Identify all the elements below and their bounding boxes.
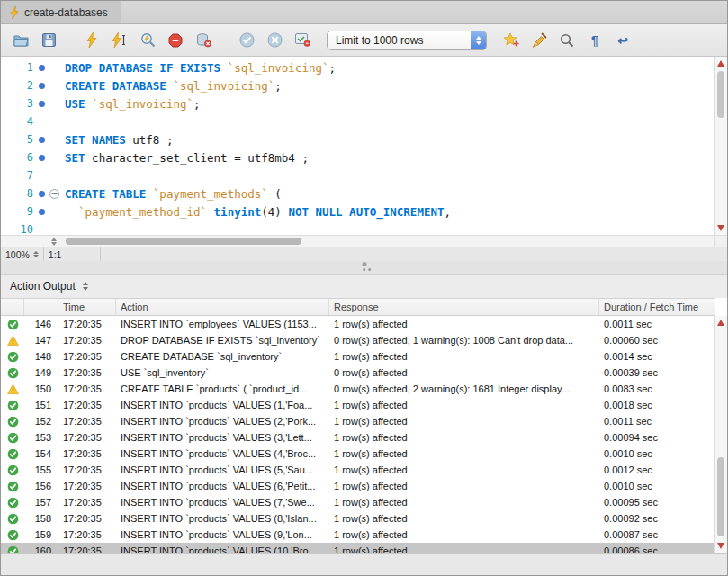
output-panel-selector[interactable]: Action Output xyxy=(10,280,76,292)
autocommit-toggle[interactable] xyxy=(292,30,313,51)
output-row[interactable]: 14617:20:35INSERT INTO `employees` VALUE… xyxy=(1,316,715,332)
row-response: 1 row(s) affected xyxy=(329,526,599,543)
row-duration: 0.00087 sec xyxy=(599,526,715,543)
row-duration: 0.0083 sec xyxy=(599,381,715,397)
editor-status-bar: 100% 1:1 xyxy=(1,247,727,261)
code-line[interactable]: 2–CREATE DATABASE `sql_invoicing`; xyxy=(1,76,714,94)
row-time: 17:20:35 xyxy=(58,348,116,364)
output-row[interactable]: 15817:20:35INSERT INTO `products` VALUES… xyxy=(1,510,715,526)
save-snippet-button[interactable] xyxy=(500,30,522,51)
invisible-characters-toggle[interactable]: ¶ xyxy=(584,30,606,51)
success-icon xyxy=(1,413,24,429)
find-button[interactable] xyxy=(556,30,578,51)
fold-minus-icon[interactable]: – xyxy=(49,189,59,199)
code-text: CREATE DATABASE `sql_invoicing`; xyxy=(65,79,282,93)
output-row[interactable]: 15517:20:35INSERT INTO `products` VALUES… xyxy=(1,462,715,478)
scroll-up-arrow-icon[interactable] xyxy=(717,60,724,67)
row-action: INSERT INTO `products` VALUES (3,'Lett..… xyxy=(116,429,329,446)
output-row[interactable]: 14817:20:35CREATE DATABASE `sql_inventor… xyxy=(1,348,715,364)
editor-vscroll-thumb[interactable] xyxy=(717,71,724,118)
row-time: 17:20:35 xyxy=(58,446,116,462)
line-number: 8 xyxy=(1,187,33,200)
output-row[interactable]: 15417:20:35INSERT INTO `products` VALUES… xyxy=(1,446,715,462)
editor-vertical-scrollbar[interactable] xyxy=(714,57,727,235)
row-response: 1 row(s) affected xyxy=(329,494,599,510)
action-output-table: Time Action Response Duration / Fetch Ti… xyxy=(1,298,727,553)
output-row[interactable]: 15717:20:35INSERT INTO `products` VALUES… xyxy=(1,494,715,510)
zoom-stepper-icon[interactable] xyxy=(33,251,39,257)
stop-execution-button[interactable] xyxy=(165,30,186,51)
success-icon xyxy=(1,364,24,381)
editor-horizontal-scrollbar[interactable] xyxy=(1,235,714,247)
output-row[interactable]: 15017:20:35CREATE TABLE `products` ( `pr… xyxy=(1,381,715,397)
rollback-button[interactable] xyxy=(264,30,285,51)
execute-script-button[interactable] xyxy=(81,30,103,51)
code-line[interactable]: 10– xyxy=(1,220,714,235)
tab-create-databases[interactable]: create-databases xyxy=(1,1,121,23)
row-time: 17:20:35 xyxy=(58,429,116,446)
editor-hscroll-thumb[interactable] xyxy=(66,238,301,245)
stop-on-error-toggle[interactable] xyxy=(193,30,214,51)
execute-statement-button[interactable] xyxy=(109,30,130,51)
status-column-header[interactable] xyxy=(1,299,24,315)
limit-rows-dropdown[interactable]: Limit to 1000 rows xyxy=(327,31,487,50)
row-action: INSERT INTO `products` VALUES (9,'Lon... xyxy=(116,526,329,543)
output-row[interactable]: 14717:20:35DROP DATABASE IF EXISTS `sql_… xyxy=(1,332,715,348)
code-line[interactable]: 5–SET NAMES utf8 ; xyxy=(1,130,714,148)
commit-button[interactable] xyxy=(236,30,257,51)
beautify-script-button[interactable] xyxy=(528,30,550,51)
row-index: 159 xyxy=(24,526,58,543)
line-number: 4 xyxy=(1,115,33,128)
code-line[interactable]: 6–SET character_set_client = utf8mb4 ; xyxy=(1,148,714,166)
output-row[interactable]: 14917:20:35USE `sql_inventory`0 row(s) a… xyxy=(1,364,715,381)
scroll-down-arrow-icon[interactable] xyxy=(717,543,724,549)
success-icon xyxy=(1,510,24,526)
panel-splitter[interactable] xyxy=(1,261,727,274)
code-line[interactable]: 8–CREATE TABLE `payment_methods` ( xyxy=(1,184,714,202)
open-file-button[interactable] xyxy=(10,30,31,51)
output-row[interactable]: 15917:20:35INSERT INTO `products` VALUES… xyxy=(1,526,715,543)
code-line[interactable]: 7– xyxy=(1,166,714,184)
row-time: 17:20:35 xyxy=(58,413,116,429)
line-number: 7 xyxy=(1,169,33,182)
success-icon xyxy=(1,526,24,543)
row-index: 152 xyxy=(24,413,58,429)
output-vscroll-thumb[interactable] xyxy=(717,457,724,536)
scroll-up-arrow-icon[interactable] xyxy=(717,320,724,326)
wrap-text-toggle[interactable]: ↩ xyxy=(612,30,634,51)
scroll-down-arrow-icon[interactable] xyxy=(717,225,724,231)
output-row[interactable]: 15317:20:35INSERT INTO `products` VALUES… xyxy=(1,429,715,446)
row-duration: 0.00094 sec xyxy=(599,429,715,446)
row-time: 17:20:35 xyxy=(58,526,116,543)
row-action: USE `sql_inventory` xyxy=(116,364,329,381)
duration-column-header[interactable]: Duration / Fetch Time xyxy=(599,299,715,315)
line-number: 9 xyxy=(1,205,33,218)
code-line[interactable]: 3–USE `sql_invoicing`; xyxy=(1,94,714,112)
output-row[interactable]: 16017:20:35INSERT INTO `products` VALUES… xyxy=(1,543,715,553)
output-row[interactable]: 15617:20:35INSERT INTO `products` VALUES… xyxy=(1,478,715,494)
row-action: CREATE DATABASE `sql_inventory` xyxy=(116,348,329,364)
splitter-collapse-dot-icon[interactable] xyxy=(362,262,366,266)
output-vertical-scrollbar[interactable] xyxy=(714,316,727,553)
save-button[interactable] xyxy=(38,30,59,51)
code-text: SET NAMES utf8 ; xyxy=(65,133,173,147)
response-column-header[interactable]: Response xyxy=(329,299,599,315)
row-index: 158 xyxy=(24,510,58,526)
sql-editor[interactable]: 1–DROP DATABASE IF EXISTS `sql_invoicing… xyxy=(1,57,727,247)
index-column-header[interactable] xyxy=(24,299,58,315)
output-row[interactable]: 15117:20:35INSERT INTO `products` VALUES… xyxy=(1,397,715,413)
row-index: 146 xyxy=(24,316,58,332)
action-column-header[interactable]: Action xyxy=(116,299,329,315)
hscroll-stepper-icon[interactable] xyxy=(48,236,60,247)
code-line[interactable]: 1–DROP DATABASE IF EXISTS `sql_invoicing… xyxy=(1,58,714,76)
panel-selector-chevron-icon[interactable] xyxy=(83,282,88,291)
row-duration: 0.0018 sec xyxy=(599,397,715,413)
output-row[interactable]: 15217:20:35INSERT INTO `products` VALUES… xyxy=(1,413,715,429)
code-line[interactable]: 9– `payment_method_id` tinyint(4) NOT NU… xyxy=(1,202,714,220)
explain-plan-button[interactable] xyxy=(137,30,158,51)
time-column-header[interactable]: Time xyxy=(58,299,116,315)
wrap-return-icon: ↩ xyxy=(617,34,628,47)
success-icon xyxy=(1,348,24,364)
row-action: INSERT INTO `products` VALUES (5,'Sau... xyxy=(116,462,329,478)
code-line[interactable]: 4– xyxy=(1,112,714,130)
